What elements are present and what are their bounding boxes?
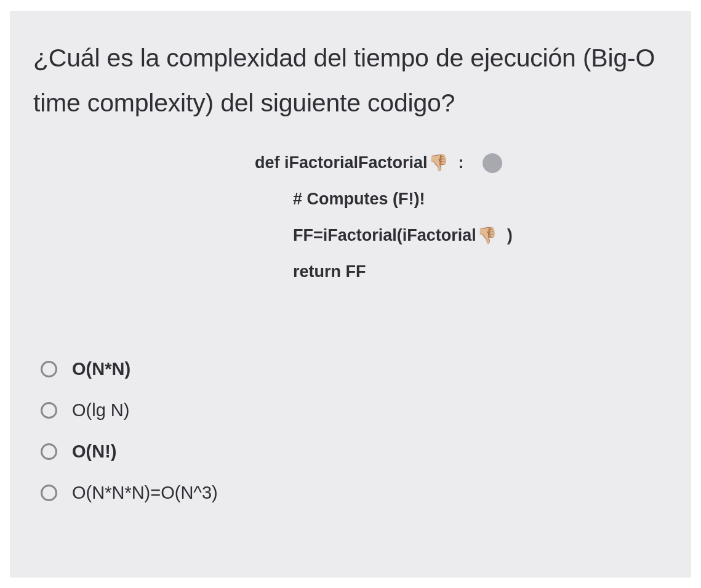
code-line-4: return FF bbox=[293, 254, 668, 290]
thumbs-down-icon: 👎🏼 bbox=[477, 218, 497, 253]
radio-button[interactable] bbox=[41, 402, 57, 419]
question-text: ¿Cuál es la complexidad del tiempo de ej… bbox=[33, 36, 668, 125]
code-block: def iFactorialFactorial👎🏼 : # Computes (… bbox=[255, 145, 668, 289]
code-text: : bbox=[449, 145, 464, 181]
code-line-1: def iFactorialFactorial👎🏼 : bbox=[255, 145, 464, 181]
radio-button[interactable] bbox=[41, 361, 57, 377]
code-line-2: # Computes (F!)! bbox=[293, 181, 668, 217]
code-text: ) bbox=[498, 217, 513, 254]
option-row[interactable]: O(N*N) bbox=[33, 352, 668, 387]
option-row[interactable]: O(N!) bbox=[33, 434, 668, 469]
option-label: O(N*N*N)=O(N^3) bbox=[72, 483, 218, 503]
quiz-card: ¿Cuál es la complexidad del tiempo de ej… bbox=[10, 11, 691, 578]
option-label: O(N!) bbox=[72, 441, 116, 462]
code-line-3: FF=iFactorial(iFactorial👎🏼 ) bbox=[293, 217, 668, 254]
option-label: O(lg N) bbox=[72, 400, 129, 421]
option-row[interactable]: O(N*N*N)=O(N^3) bbox=[33, 475, 668, 510]
option-row[interactable]: O(lg N) bbox=[33, 393, 668, 428]
radio-button[interactable] bbox=[41, 443, 57, 460]
option-label: O(N*N) bbox=[72, 359, 130, 379]
code-text: FF=iFactorial(iFactorial bbox=[293, 217, 476, 254]
dot-icon bbox=[483, 153, 502, 173]
answer-options: O(N*N) O(lg N) O(N!) O(N*N*N)=O(N^3) bbox=[33, 352, 668, 517]
radio-button[interactable] bbox=[41, 485, 57, 501]
code-text: def iFactorialFactorial bbox=[255, 145, 428, 181]
thumbs-down-icon: 👎🏼 bbox=[428, 145, 448, 180]
